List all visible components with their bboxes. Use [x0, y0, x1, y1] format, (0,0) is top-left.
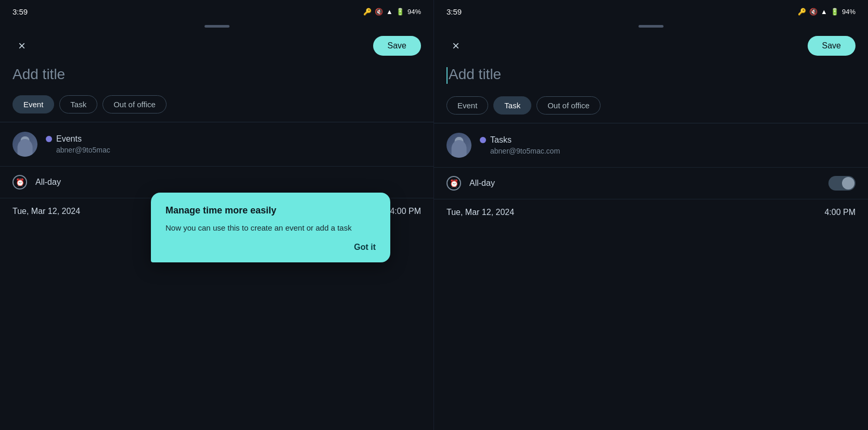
tooltip-title: Manage time more easily — [165, 205, 376, 216]
tab-task-left[interactable]: Task — [59, 95, 97, 113]
status-icons-right: 🔑 🔇 ▲ 🔋 94% — [798, 8, 856, 16]
title-area-left: Add title — [0, 62, 433, 91]
date-row-right: Tue, Mar 12, 2024 4:00 PM — [434, 199, 868, 225]
type-tabs-right: Event Task Out of office — [434, 92, 868, 123]
avatar-right — [446, 133, 471, 158]
tab-task-right[interactable]: Task — [493, 96, 531, 115]
mute-icon: 🔇 — [375, 8, 383, 16]
type-tabs-left: Event Task Out of office — [0, 91, 433, 122]
wifi-icon: ▲ — [386, 8, 393, 16]
status-time-left: 3:59 — [12, 7, 28, 16]
battery-icon: 🔋 — [396, 8, 404, 16]
calendar-row-left: Events abner@9to5mac — [0, 122, 433, 167]
date-label-left[interactable]: Tue, Mar 12, 2024 — [12, 207, 80, 216]
time-label-right[interactable]: 4:00 PM — [824, 208, 856, 217]
status-bar-right: 3:59 🔑 🔇 ▲ 🔋 94% — [434, 0, 868, 23]
text-cursor-right — [446, 67, 448, 84]
drag-handle-bar-right — [639, 25, 663, 28]
allday-label-left: All-day — [35, 178, 421, 187]
calendar-name-right: Tasks — [490, 135, 512, 145]
avatar-silhouette-right — [452, 140, 467, 158]
left-phone-panel: 3:59 🔑 🔇 ▲ 🔋 94% × Save Add title Event … — [0, 0, 434, 430]
close-button-left[interactable]: × — [12, 36, 31, 55]
calendar-email-right: abner@9to5mac.com — [490, 147, 560, 155]
tab-out-of-office-right[interactable]: Out of office — [537, 96, 601, 115]
status-time-right: 3:59 — [446, 7, 462, 16]
title-area-right: Add title — [434, 62, 868, 92]
wifi-icon-right: ▲ — [821, 8, 827, 16]
drag-handle-left[interactable] — [0, 23, 433, 30]
calendar-row-right: Tasks abner@9to5mac.com — [434, 123, 868, 168]
time-label-left[interactable]: 4:00 PM — [390, 207, 421, 216]
clock-icon-right: ⏰ — [446, 176, 461, 191]
status-icons-left: 🔑 🔇 ▲ 🔋 94% — [363, 8, 421, 16]
status-bar-left: 3:59 🔑 🔇 ▲ 🔋 94% — [0, 0, 433, 23]
drag-handle-right[interactable] — [434, 23, 868, 30]
tooltip-body: Now you can use this to create an event … — [165, 222, 376, 234]
allday-label-right: All-day — [469, 179, 820, 188]
allday-row-right: ⏰ All-day — [434, 168, 868, 199]
close-button-right[interactable]: × — [446, 36, 465, 55]
battery-icon-right: 🔋 — [831, 8, 839, 16]
allday-toggle-right[interactable] — [828, 176, 856, 191]
calendar-info-left: Events abner@9to5mac — [46, 134, 110, 154]
top-bar-left: × Save — [0, 30, 433, 62]
clock-icon-left: ⏰ — [12, 175, 27, 189]
tab-event-right[interactable]: Event — [446, 96, 488, 115]
calendar-dot-left — [46, 136, 52, 142]
title-input-right[interactable]: Add title — [446, 66, 856, 84]
battery-percent-left: 94% — [407, 8, 421, 16]
calendar-info-right: Tasks abner@9to5mac.com — [480, 135, 560, 155]
save-button-right[interactable]: Save — [808, 36, 856, 56]
tooltip-popup: Manage time more easily Now you can use … — [151, 193, 390, 262]
calendar-name-left: Events — [56, 134, 82, 144]
avatar-silhouette-left — [18, 139, 33, 157]
title-input-left[interactable]: Add title — [12, 66, 421, 83]
toggle-knob-right — [842, 177, 854, 189]
tooltip-got-it-button[interactable]: Got it — [165, 243, 376, 252]
right-phone-panel: 3:59 🔑 🔇 ▲ 🔋 94% × Save Add title Event … — [434, 0, 868, 430]
key-icon-right: 🔑 — [798, 8, 806, 16]
top-bar-right: × Save — [434, 30, 868, 62]
date-label-right[interactable]: Tue, Mar 12, 2024 — [446, 208, 514, 217]
mute-icon-right: 🔇 — [809, 8, 818, 16]
avatar-image-right — [446, 133, 471, 158]
battery-percent-right: 94% — [842, 8, 856, 16]
save-button-left[interactable]: Save — [373, 36, 421, 56]
calendar-name-row-right: Tasks — [480, 135, 560, 145]
drag-handle-bar-left — [205, 25, 229, 28]
calendar-email-left: abner@9to5mac — [56, 146, 110, 154]
calendar-name-row-left: Events — [46, 134, 110, 144]
avatar-left — [12, 132, 37, 157]
tab-event-left[interactable]: Event — [12, 95, 54, 113]
calendar-dot-right — [480, 137, 486, 143]
avatar-image-left — [12, 132, 37, 157]
key-icon: 🔑 — [363, 8, 372, 16]
tab-out-of-office-left[interactable]: Out of office — [103, 95, 167, 113]
